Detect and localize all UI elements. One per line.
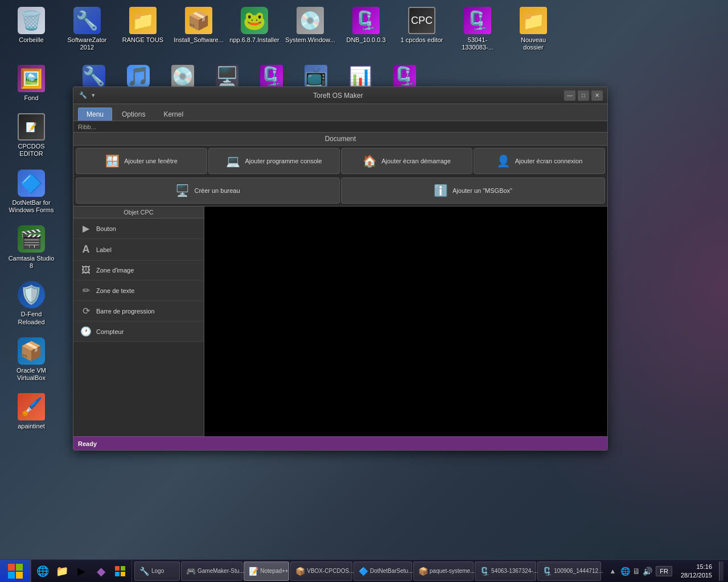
range-tous-label: RANGE TOUS (122, 36, 163, 44)
add-login-button[interactable]: 👤 Ajouter écran connexion (474, 148, 605, 174)
display-icon[interactable]: 🖥 (632, 567, 640, 576)
taskbar-item-dotnetbar[interactable]: 🔷 DotNetBarSetu... (353, 562, 412, 581)
clock: 15:16 28/12/2015 (676, 563, 715, 579)
obj-item-barre-progression[interactable]: ⟳ Barre de progression (73, 301, 204, 321)
desktop: 🗑️ Corbeille 🔧 SoftwareZator2012 📁 RANGE… (0, 0, 728, 582)
obj-item-zone-image[interactable]: 🖼 Zone d'image (73, 261, 204, 280)
fond-label: Fond (24, 94, 38, 102)
obj-item-label[interactable]: A Label (73, 239, 204, 261)
system-tray: 🌐 🖥 🔊 (620, 567, 652, 576)
desktop-icon-dotnetbar[interactable]: 🔷 DotNetBar forWindows Forms (6, 167, 57, 216)
taskbar-item-notepadpp[interactable]: 📝 Notepad++ (244, 562, 289, 581)
taskbar-item-gamemaker[interactable]: 🎮 GameMaker-Stu... (181, 562, 242, 581)
desktop-icon-virtualbox[interactable]: 📦 Oracle VMVirtualBox (6, 335, 57, 384)
status-text: Ready (78, 440, 97, 447)
add-msgbox-button[interactable]: ℹ️ Ajouter un "MSGBox" (341, 178, 605, 204)
paquet-label: paquet-systeme... (430, 568, 475, 574)
qat-icon1[interactable]: 🔧 (79, 92, 87, 99)
desktop-icon-corbeille[interactable]: 🗑️ Corbeille (6, 5, 57, 46)
obj-item-compteur[interactable]: 🕐 Compteur (73, 321, 204, 342)
volume-icon[interactable]: 🔊 (643, 567, 652, 576)
create-desktop-button[interactable]: 🖥️ Créer un bureau (76, 178, 340, 204)
install-label: Install_Software... (174, 36, 223, 44)
svg-rect-2 (8, 572, 15, 579)
taskbar-item-54063[interactable]: 🗜️ 54063-1367324-... (475, 562, 536, 581)
range-tous-icon: 📁 (129, 7, 157, 34)
virtualbox-icon: 📦 (18, 337, 45, 365)
label-label: Label (96, 246, 112, 253)
desktop-icon-apaintinet[interactable]: 🖌️ apaintinet (6, 391, 57, 432)
tab-kernel[interactable]: Kernel (155, 108, 192, 121)
cdrom-icon: 💿 (171, 65, 194, 88)
qat-dropdown-icon[interactable]: ▾ (92, 92, 95, 99)
desktop-icon-dnb[interactable]: 🗜️ DNB_10.0.0.3 (340, 5, 392, 46)
language-button[interactable]: FR (656, 566, 672, 576)
ql-win[interactable] (111, 562, 129, 580)
ql-vs[interactable]: ◆ (92, 562, 110, 580)
desktop-icon-cpcdos[interactable]: CPC 1 cpcdos editor (396, 5, 447, 46)
show-desktop-button[interactable] (719, 562, 723, 581)
bouton-label: Bouton (96, 225, 116, 232)
svg-rect-0 (8, 564, 15, 571)
gamemaker-icon: 🎮 (186, 567, 195, 576)
ql-media[interactable]: ▶ (72, 562, 91, 580)
maximize-button[interactable]: □ (578, 90, 589, 101)
taskbar: 🌐 📁 ▶ ◆ 🔧 Logo 🎮 GameMaker-Stu... (0, 559, 728, 582)
mp3-icon: 🎵 (127, 65, 150, 88)
zone-image-label: Zone d'image (96, 267, 134, 274)
label-icon: A (80, 243, 92, 255)
desktop-icon-fond[interactable]: 🖼️ Fond (6, 63, 57, 104)
taskbar-item-100906[interactable]: 🗜️ 100906_1444712... (537, 562, 601, 581)
cpcdos2-label: CPCDOS EDITOR (8, 143, 55, 158)
barre-progression-icon: ⟳ (80, 306, 92, 316)
obj-item-bouton[interactable]: ▶ Bouton (73, 218, 204, 239)
minimize-button[interactable]: — (564, 90, 575, 101)
ql-ie[interactable]: 🌐 (34, 562, 52, 580)
document-header: Document (73, 133, 607, 146)
ql-explorer[interactable]: 📁 (53, 562, 71, 580)
tab-menu[interactable]: Menu (78, 108, 112, 121)
desktop-icon-nouveau[interactable]: 📁 Nouveau dossier (508, 5, 559, 53)
desktop-icon-53041[interactable]: 🗜️ 53041-1330083-... (452, 5, 503, 53)
taskbar-items: 🔧 Logo 🎮 GameMaker-Stu... 📝 Notepad++ 📦 … (132, 560, 603, 582)
zone-texte-icon: ✏ (80, 285, 92, 296)
desktop-icon-dfend[interactable]: 🛡️ D-Fend Reloaded (6, 279, 57, 328)
close-button[interactable]: ✕ (591, 90, 603, 101)
add-startup-button[interactable]: 🏠 Ajouter écran démarrage (341, 148, 472, 174)
taskbar-item-paquet[interactable]: 📦 paquet-systeme... (413, 562, 474, 581)
camtasia-label: Camtasia Studio8 (9, 255, 55, 270)
install-icon: 📦 (185, 7, 212, 34)
network-icon[interactable]: 🌐 (620, 567, 630, 576)
dfend-icon: 🛡️ (18, 281, 45, 308)
taskbar-item-logo[interactable]: 🔧 Logo (134, 562, 180, 581)
cpcdos-icon: CPC (408, 7, 435, 34)
apaintinet-icon: 🖌️ (18, 393, 45, 420)
start-button[interactable] (0, 560, 31, 583)
corbeille-label: Corbeille (19, 36, 43, 44)
desktop-icon-system[interactable]: 💿 System.Window... (285, 5, 336, 46)
paquet-icon: 📦 (418, 567, 427, 576)
add-window-button[interactable]: 🪟 Ajouter une fenêtre (76, 148, 207, 174)
zone-image-icon: 🖼 (80, 265, 92, 275)
add-console-button[interactable]: 💻 Ajouter programme console (208, 148, 340, 174)
svg-rect-7 (121, 572, 125, 576)
taskbar-item-vbox[interactable]: 📦 VBOX-CPCDOS... (290, 562, 352, 581)
window-tabs: Menu Options Kernel (73, 104, 607, 121)
desktop-icon-cpcdos2[interactable]: 📝 CPCDOS EDITOR (6, 111, 57, 160)
ribbon-label: Ribb... (73, 121, 607, 133)
taskbar-right: ▲ 🌐 🖥 🔊 FR 15:16 28/12/2015 (603, 562, 728, 581)
desktop-icon-range-tous[interactable]: 📁 RANGE TOUS (117, 5, 168, 46)
desktop-icon-install[interactable]: 📦 Install_Software... (173, 5, 224, 46)
cpcdos-label: 1 cpcdos editor (401, 36, 443, 44)
quick-launch: 🌐 📁 ▶ ◆ (31, 560, 132, 582)
tab-options[interactable]: Options (113, 108, 154, 121)
tray-show-icon[interactable]: ▲ (608, 566, 617, 576)
desktop-icon-softwarezator[interactable]: 🔧 SoftwareZator2012 (61, 5, 113, 53)
obj-item-zone-texte[interactable]: ✏ Zone de texte (73, 280, 204, 301)
desktop-icon-camtasia[interactable]: 🎬 Camtasia Studio8 (6, 223, 57, 272)
svg-rect-3 (16, 572, 23, 579)
winrar3-icon: 🗜️ (393, 65, 416, 88)
desktop-icon-npp[interactable]: 🐸 npp.6.8.7.Installer (229, 5, 280, 46)
document-buttons-row2: 🖥️ Créer un bureau ℹ️ Ajouter un "MSGBox… (73, 176, 607, 206)
npp-icon: 🐸 (241, 7, 268, 34)
